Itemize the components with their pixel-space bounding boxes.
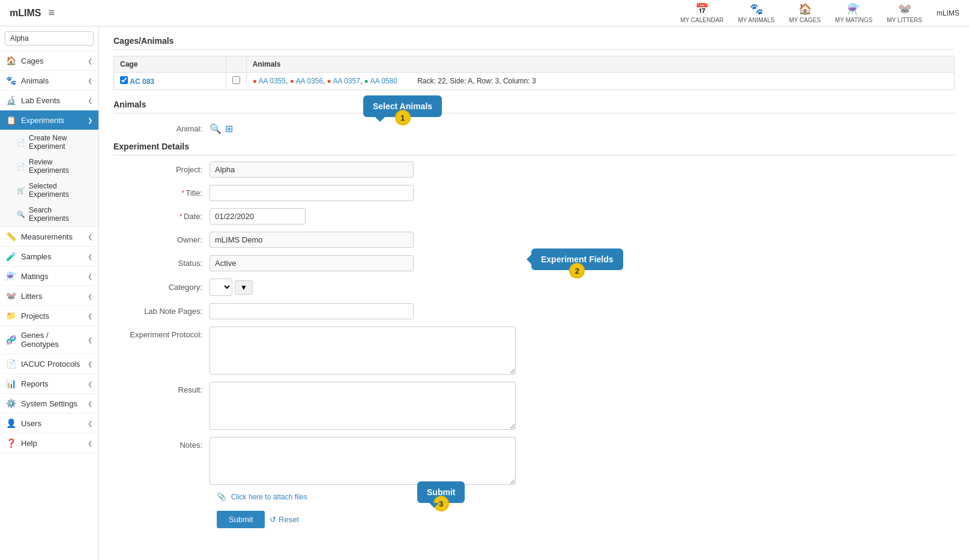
- genes-arrow-icon: ❮: [88, 337, 92, 343]
- matings-icon: ⚗️: [847, 2, 860, 16]
- nav-my-matings[interactable]: ⚗️ MY MATINGS: [835, 2, 872, 23]
- sidebar-item-system-settings[interactable]: ⚙️ System Settings ❮: [0, 394, 98, 414]
- projects-arrow-icon: ❮: [88, 313, 92, 319]
- sidebar-item-litters[interactable]: 🐭 Litters ❮: [0, 286, 98, 306]
- search-animal-icon[interactable]: 🔍: [210, 123, 222, 134]
- sidebar-item-projects[interactable]: 📁 Projects ❮: [0, 306, 98, 326]
- animal-link-4[interactable]: AA 0580: [370, 77, 397, 85]
- submenu-search-experiments[interactable]: 🔍 Search Experiments: [0, 202, 98, 226]
- attach-icon: 📎: [217, 492, 226, 501]
- tooltip-submit: Submit 3: [417, 481, 465, 503]
- sidebar-item-help[interactable]: ❓ Help ❮: [0, 433, 98, 453]
- owner-input[interactable]: [210, 232, 414, 248]
- owner-field-row: Owner:: [113, 232, 955, 248]
- tooltip-experiment-fields: Experiment Fields 2: [531, 248, 623, 270]
- lab-events-arrow-icon: ❮: [88, 97, 92, 104]
- animals-col-header: Animals: [246, 56, 954, 73]
- dot-icon-2: ●: [290, 77, 294, 85]
- nav-my-animals-label: MY ANIMALS: [738, 17, 774, 23]
- cages-animals-section-title: Cages/Animals: [113, 36, 955, 50]
- sidebar-litters-label: Litters: [21, 292, 42, 301]
- nav-my-calendar[interactable]: 📅 MY CALENDAR: [680, 2, 723, 23]
- sidebar-item-measurements[interactable]: 📏 Measurements ❮: [0, 227, 98, 247]
- result-label: Result:: [113, 382, 210, 394]
- help-arrow-icon: ❮: [88, 440, 92, 447]
- animals-arrow-icon: ❮: [88, 77, 92, 84]
- category-select-wrap: ▼: [210, 278, 253, 296]
- users-sidebar-icon: 👤: [6, 418, 16, 428]
- result-textarea[interactable]: [210, 382, 516, 430]
- sidebar-item-reports[interactable]: 📊 Reports ❮: [0, 374, 98, 394]
- tooltip-badge-3: 3: [433, 496, 449, 511]
- experiments-arrow-icon: ❯: [88, 117, 92, 124]
- nav-my-calendar-label: MY CALENDAR: [680, 17, 723, 23]
- owner-label: Owner:: [113, 235, 210, 244]
- submenu-selected-experiments[interactable]: 🛒 Selected Experiments: [0, 178, 98, 202]
- category-field-row: Category: ▼: [113, 278, 955, 296]
- nav-my-cages[interactable]: 🏠 MY CAGES: [789, 2, 821, 23]
- measurements-arrow-icon: ❮: [88, 233, 92, 240]
- sidebar-users-label: Users: [21, 419, 41, 428]
- matings-sidebar-icon: ⚗️: [6, 271, 16, 281]
- tooltip-badge-2: 2: [569, 263, 585, 278]
- experiment-details-title: Experiment Details: [113, 142, 955, 155]
- top-bar: mLIMS ≡ 📅 MY CALENDAR 🐾 MY ANIMALS 🏠 MY …: [0, 0, 969, 26]
- search-input[interactable]: [5, 31, 94, 46]
- measurements-sidebar-icon: 📏: [6, 232, 16, 241]
- reset-button[interactable]: ↺ Reset: [270, 515, 299, 524]
- app-logo: mLIMS: [10, 8, 41, 19]
- sidebar-animals-label: Animals: [21, 76, 49, 85]
- date-input[interactable]: [210, 208, 306, 224]
- animal-icons: 🔍 ⊞: [210, 123, 233, 134]
- result-field-row: Result:: [113, 382, 955, 430]
- litters-icon: 🐭: [898, 2, 911, 16]
- sidebar-item-lab-events[interactable]: 🔬 Lab Events ❮: [0, 91, 98, 110]
- lab-note-input[interactable]: [210, 303, 414, 319]
- dot-icon-4: ●: [364, 77, 369, 85]
- sidebar-cages-label: Cages: [21, 56, 44, 65]
- selected-experiment-icon: 🛒: [17, 187, 25, 194]
- project-input[interactable]: [210, 161, 414, 178]
- cage-col-header: Cage: [114, 56, 226, 73]
- category-label: Category:: [113, 283, 210, 292]
- protocol-textarea[interactable]: [210, 327, 516, 375]
- sidebar-item-experiments[interactable]: 📋 Experiments ❯: [0, 110, 98, 130]
- status-input[interactable]: [210, 255, 414, 271]
- sidebar-item-cages[interactable]: 🏠 Cages ❮: [0, 51, 98, 71]
- category-select-button[interactable]: ▼: [235, 280, 253, 295]
- notes-textarea[interactable]: [210, 437, 516, 485]
- sidebar-item-users[interactable]: 👤 Users ❮: [0, 414, 98, 433]
- nav-my-animals[interactable]: 🐾 MY ANIMALS: [738, 2, 774, 23]
- sidebar-help-label: Help: [21, 439, 37, 448]
- sidebar: 🏠 Cages ❮ 🐾 Animals ❮ 🔬 Lab Events ❮ 📋 E…: [0, 26, 99, 560]
- sidebar-item-genes-genotypes[interactable]: 🧬 Genes / Genotypes ❮: [0, 326, 98, 354]
- sidebar-item-samples[interactable]: 🧪 Samples ❮: [0, 247, 98, 266]
- animal-link-3[interactable]: AA 0357: [333, 77, 360, 85]
- category-select[interactable]: [210, 278, 232, 296]
- submenu-review-experiments[interactable]: 📄 Review Experiments: [0, 154, 98, 178]
- animal-link-1[interactable]: AA 0355: [259, 77, 286, 85]
- nav-my-litters[interactable]: 🐭 MY LITTERS: [887, 2, 922, 23]
- hamburger-icon[interactable]: ≡: [48, 7, 55, 19]
- animals-checkbox[interactable]: [232, 76, 240, 84]
- checkbox-col-header: [226, 56, 246, 73]
- samples-sidebar-icon: 🧪: [6, 251, 16, 261]
- search-experiment-icon: 🔍: [17, 211, 25, 218]
- title-input[interactable]: [210, 185, 414, 201]
- protocol-label: Experiment Protocol:: [113, 327, 210, 339]
- date-label: Date:: [113, 212, 210, 221]
- sidebar-item-iacuc-protocols[interactable]: 📄 IACUC Protocols ❮: [0, 354, 98, 374]
- submenu-create-new-experiment[interactable]: 📄 Create New Experiment: [0, 130, 98, 154]
- animals-icon: 🐾: [750, 2, 763, 16]
- sidebar-item-animals[interactable]: 🐾 Animals ❮: [0, 71, 98, 91]
- animal-link-2[interactable]: AA 0356: [296, 77, 323, 85]
- grid-animal-icon[interactable]: ⊞: [225, 123, 233, 134]
- cage-link[interactable]: AC 083: [130, 77, 154, 86]
- cage-checkbox[interactable]: [120, 76, 128, 84]
- attach-link[interactable]: Click here to attach files: [231, 493, 307, 501]
- sidebar-item-matings[interactable]: ⚗️ Matings ❮: [0, 266, 98, 286]
- submenu-selected-label: Selected Experiments: [29, 182, 91, 199]
- attach-area: 📎 Click here to attach files: [217, 492, 955, 501]
- submit-button[interactable]: Submit: [217, 511, 265, 528]
- sidebar-iacuc-label: IACUC Protocols: [21, 360, 80, 369]
